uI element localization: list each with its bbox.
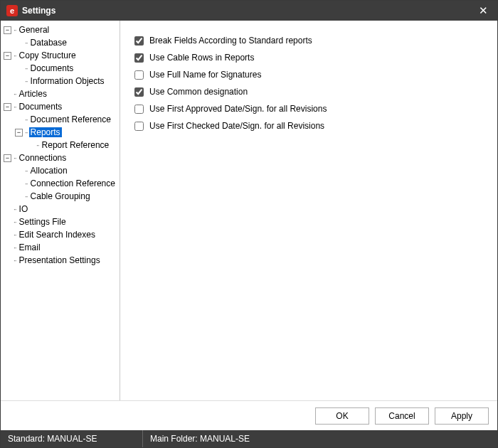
tree-label: Edit Search Indexes (18, 230, 97, 240)
tree-node[interactable]: −··Reports (1, 126, 120, 139)
option-row: Use Full Name for Signatures (134, 66, 483, 83)
tree-label: Database (29, 38, 68, 48)
tree-spacer (4, 257, 11, 265)
app-icon: e (6, 5, 18, 16)
tree-node[interactable]: −··Connections (1, 151, 120, 164)
tree-node[interactable]: ··Cable Grouping (1, 190, 120, 203)
tree-label: Copy Structure (18, 50, 78, 60)
tree-label: Documents (29, 63, 75, 73)
option-label[interactable]: Break Fields According to Standard repor… (149, 36, 312, 46)
tree-node[interactable]: −··Copy Structure (1, 49, 120, 62)
tree-node[interactable]: ··Report Reference (1, 139, 120, 151)
tree-node[interactable]: ··Connection Reference (1, 177, 120, 190)
collapse-icon[interactable]: − (4, 26, 11, 34)
tree-label: Presentation Settings (18, 255, 102, 265)
tree-label: Cable Grouping (29, 191, 92, 201)
tree-label: General (18, 25, 51, 35)
status-main-folder: Main Folder: MANUAL-SE (143, 430, 257, 447)
tree-label: Report Reference (41, 140, 111, 150)
cancel-button[interactable]: Cancel (375, 407, 429, 425)
content-panel: Break Fields According to Standard repor… (120, 21, 497, 400)
checkbox-first_approved[interactable] (134, 105, 144, 114)
close-icon[interactable]: ✕ (473, 1, 493, 21)
checkbox-full_name_sig[interactable] (134, 70, 144, 80)
titlebar: e Settings ✕ (1, 1, 497, 21)
main-area: −··General··Database−··Copy Structure··D… (1, 21, 497, 400)
option-label[interactable]: Use Full Name for Signatures (149, 70, 261, 80)
tree-spacer (15, 39, 23, 47)
tree-label: Articles (18, 89, 48, 99)
option-row: Use First Checked Date/Sign. for all Rev… (134, 117, 483, 134)
tree-label: Connections (18, 153, 68, 163)
tree-node[interactable]: ··Document Reference (1, 113, 120, 126)
tree-spacer (15, 180, 23, 188)
tree-spacer (4, 218, 11, 226)
tree-label: Connection Reference (29, 178, 117, 188)
tree-spacer (15, 167, 23, 175)
tree-label: Email (18, 242, 42, 252)
tree-node[interactable]: ··Database (1, 36, 120, 49)
tree-label: Allocation (29, 166, 69, 176)
option-label[interactable]: Use First Checked Date/Sign. for all Rev… (149, 121, 324, 131)
tree-label: IO (18, 204, 30, 214)
tree-label: Documents (18, 102, 64, 112)
tree-spacer (15, 78, 23, 85)
tree-node[interactable]: ··Information Objects (1, 75, 120, 87)
option-row: Break Fields According to Standard repor… (134, 32, 483, 49)
option-row: Use Cable Rows in Reports (134, 49, 483, 66)
tree-spacer (4, 90, 11, 98)
ok-button[interactable]: OK (315, 407, 369, 425)
option-label[interactable]: Use Cable Rows in Reports (149, 53, 254, 63)
tree-node[interactable]: ··Edit Search Indexes (1, 228, 120, 241)
tree-label: Settings File (18, 217, 68, 227)
settings-tree: −··General··Database−··Copy Structure··D… (1, 23, 120, 267)
apply-button[interactable]: Apply (435, 407, 489, 425)
statusbar: Standard: MANUAL-SE Main Folder: MANUAL-… (1, 430, 497, 447)
tree-node[interactable]: ··IO (1, 203, 120, 215)
option-label[interactable]: Use First Approved Date/Sign. for all Re… (149, 104, 327, 114)
tree-node[interactable]: ··Email (1, 241, 120, 254)
tree-spacer (26, 142, 34, 149)
status-standard: Standard: MANUAL-SE (1, 430, 143, 447)
checkbox-cable_rows[interactable] (134, 53, 144, 63)
tree-node[interactable]: −··General (1, 23, 120, 36)
checkbox-common_desig[interactable] (134, 87, 144, 97)
tree-spacer (15, 65, 23, 73)
tree-node[interactable]: ··Articles (1, 87, 120, 100)
sidebar: −··General··Database−··Copy Structure··D… (1, 21, 120, 400)
tree-node[interactable]: ··Settings File (1, 215, 120, 228)
collapse-icon[interactable]: − (15, 129, 23, 137)
collapse-icon[interactable]: − (4, 103, 11, 111)
collapse-icon[interactable]: − (4, 52, 11, 60)
tree-spacer (4, 244, 11, 252)
options-list: Break Fields According to Standard repor… (134, 32, 483, 134)
tree-spacer (15, 193, 23, 201)
tree-label: Information Objects (29, 76, 106, 86)
checkbox-first_checked[interactable] (134, 122, 144, 131)
tree-node[interactable]: −··Documents (1, 100, 120, 113)
tree-node[interactable]: ··Allocation (1, 164, 120, 177)
button-bar: OK Cancel Apply (1, 400, 497, 430)
tree-node[interactable]: ··Documents (1, 62, 120, 75)
tree-spacer (15, 116, 23, 124)
option-row: Use First Approved Date/Sign. for all Re… (134, 100, 483, 117)
option-label[interactable]: Use Common designation (149, 87, 248, 97)
tree-spacer (4, 231, 11, 239)
checkbox-break_fields[interactable] (134, 36, 144, 46)
tree-spacer (4, 206, 11, 213)
tree-node[interactable]: ··Presentation Settings (1, 254, 120, 267)
tree-label: Document Reference (29, 114, 112, 124)
tree-label: Reports (29, 127, 62, 137)
collapse-icon[interactable]: − (4, 154, 11, 162)
window-title: Settings (22, 6, 473, 16)
option-row: Use Common designation (134, 83, 483, 100)
